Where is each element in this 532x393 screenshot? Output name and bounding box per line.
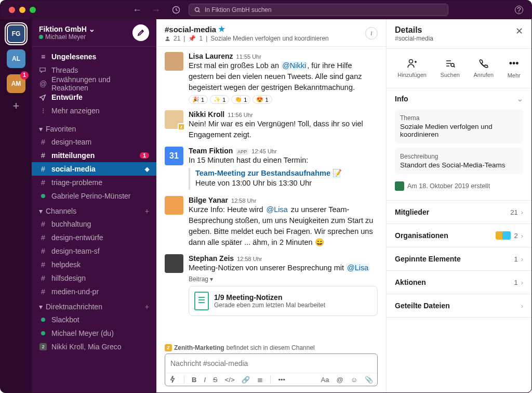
ch-buchhaltung[interactable]: #buchhaltung	[32, 217, 156, 231]
ch-design-entwuerfe[interactable]: #design-entwürfe	[32, 231, 156, 244]
members-row[interactable]: Mitglieder21›	[387, 201, 531, 224]
attach-button[interactable]: 📎	[365, 376, 373, 384]
fav-design-team[interactable]: #design-team	[32, 135, 156, 149]
sidebar-unread[interactable]: ≡Ungelesenes	[32, 50, 156, 63]
files-row[interactable]: Geteilte Dateien›	[387, 294, 531, 318]
message-text: Meeting-Notizen von unserer Besprechung …	[189, 263, 378, 273]
channel-info-button[interactable]: i	[365, 27, 378, 40]
author-name[interactable]: Nikki Kroll	[189, 110, 224, 119]
italic-button[interactable]: I	[204, 376, 206, 384]
chevron-down-icon: ⌄	[89, 25, 95, 33]
mention[interactable]: @Nikki	[281, 61, 307, 70]
star-icon[interactable]: ★	[218, 24, 225, 34]
dm-self[interactable]: Michael Meyer (du)	[32, 326, 156, 340]
search-input[interactable]: In Fiktion GmbH suchen	[189, 4, 448, 16]
compose-button[interactable]	[132, 24, 149, 41]
dm-slackbot[interactable]: Slackbot	[32, 313, 156, 326]
threads-icon	[39, 67, 47, 74]
strike-button[interactable]: S	[213, 376, 218, 384]
dms-heading[interactable]: ▾Direktnachrichten+	[32, 298, 156, 313]
forward-button[interactable]: →	[151, 5, 161, 16]
add-people-button[interactable]: Hinzufügen	[397, 58, 427, 78]
org-icons	[496, 231, 511, 240]
add-dm-button[interactable]: +	[145, 303, 149, 311]
format-button[interactable]: Aa	[321, 376, 329, 384]
mention[interactable]: @Lisa	[265, 205, 289, 214]
history-icon[interactable]	[172, 6, 180, 14]
list-button[interactable]: ≣	[257, 376, 263, 384]
workspace-menu[interactable]: Fiktion GmbH ⌄	[39, 25, 95, 33]
avatar[interactable]	[165, 254, 183, 273]
reaction[interactable]: ✨1	[210, 95, 229, 104]
actions-row[interactable]: Aktionen1›	[387, 271, 531, 294]
fav-mitteilungen[interactable]: #mitteilungen1	[32, 149, 156, 162]
avatar[interactable]	[165, 196, 183, 215]
description-block[interactable]: Beschreibung Standort des Social-Media-T…	[395, 148, 523, 174]
channel-topic[interactable]: Soziale Medien verfolgen und koordiniere…	[210, 35, 328, 42]
channels-heading[interactable]: ▾Channels+	[32, 203, 156, 217]
workspace-fg[interactable]: FG	[7, 24, 25, 43]
more-format-button[interactable]: •••	[278, 376, 285, 384]
code-button[interactable]: </>	[225, 376, 235, 384]
minimize-window[interactable]	[19, 7, 25, 13]
sidebar-drafts[interactable]: Entwürfe	[32, 90, 156, 104]
dm-group[interactable]: 2Nikki Kroll, Mia Greco	[32, 340, 156, 353]
fav-gabriele[interactable]: Gabriele Perino-Münster	[32, 189, 156, 203]
unread-badge: 1	[140, 152, 149, 159]
author-name[interactable]: Stephan Zeis	[189, 254, 234, 263]
avatar[interactable]: Z	[165, 110, 183, 129]
shortcut-icon[interactable]	[169, 376, 177, 383]
ch-helpdesk[interactable]: #helpdesk	[32, 258, 156, 271]
find-button[interactable]: Suchen	[441, 58, 460, 78]
attachment[interactable]: 1/9 Meeting-Notizen Gerade eben zum letz…	[189, 286, 378, 316]
message-time: 11:56 Uhr	[228, 112, 252, 118]
creator-avatar[interactable]	[395, 181, 404, 191]
author-name[interactable]: Lisa Laurenz	[189, 52, 233, 60]
reaction[interactable]: 👏1	[231, 95, 250, 104]
avatar[interactable]	[165, 52, 183, 71]
bold-button[interactable]: B	[192, 376, 196, 384]
close-details-button[interactable]: ✕	[515, 25, 523, 37]
sidebar-mentions[interactable]: @Erwähnungen und Reaktionen	[32, 77, 156, 90]
message-time: 12:45 Uhr	[251, 148, 276, 154]
add-channel-button[interactable]: +	[145, 207, 149, 215]
more-button[interactable]: •••Mehr	[508, 58, 521, 78]
ch-hilfsdesign[interactable]: #hilfsdesign	[32, 271, 156, 285]
details-panel: Details #social-media ✕ Hinzufügen Suche…	[386, 19, 531, 392]
sidebar-more[interactable]: ⁝Mehr anzeigen	[32, 104, 156, 117]
post-label[interactable]: Beitrag ▾	[189, 276, 378, 283]
workspace-am[interactable]: AM1	[7, 74, 25, 93]
maximize-window[interactable]	[30, 7, 36, 13]
mention[interactable]: @Lisa	[346, 264, 369, 272]
author-name[interactable]: Bilge Yanar	[189, 196, 228, 204]
workspace-badge: 1	[20, 71, 29, 80]
workspace-al[interactable]: AL	[7, 49, 25, 68]
reaction[interactable]: 🎉1	[189, 95, 208, 104]
ch-design-team-sf[interactable]: #design-team-sf	[32, 244, 156, 258]
reaction[interactable]: 😍1	[252, 95, 272, 104]
avatar[interactable]: 31	[165, 147, 183, 165]
call-button[interactable]: Anrufen	[473, 58, 494, 78]
back-button[interactable]: ←	[132, 5, 142, 16]
ch-medien-und-pr[interactable]: #medien-und-pr	[32, 285, 156, 298]
link-button[interactable]: 🔗	[242, 376, 250, 384]
help-icon[interactable]: ?	[515, 6, 523, 14]
add-workspace-button[interactable]: +	[13, 99, 20, 113]
author-name[interactable]: Team Fiktion	[189, 147, 233, 155]
mention-button[interactable]: @	[337, 376, 343, 384]
orgs-row[interactable]: Organisationen2›	[387, 224, 531, 247]
close-window[interactable]	[9, 7, 15, 13]
pinned-row[interactable]: Gepinnte Elemente1›	[387, 247, 531, 271]
chevron-right-icon: ›	[521, 302, 523, 310]
topic-block[interactable]: Thema Soziale Medien verfolgen und koord…	[395, 109, 523, 143]
caret-icon: ▾	[39, 207, 43, 215]
message-input[interactable]	[165, 354, 377, 373]
fav-social-media[interactable]: #social-media◈	[32, 162, 156, 176]
channel-title[interactable]: #social-media ★	[165, 24, 329, 34]
fav-triage[interactable]: #triage-probleme	[32, 176, 156, 189]
favorites-heading[interactable]: ▾Favoriten	[32, 121, 156, 135]
emoji-button[interactable]: ☺	[351, 376, 357, 384]
event-title[interactable]: Team-Meeting zur Bestandsaufnahme 📝	[195, 169, 378, 178]
composer-toolbar: B I S </> 🔗 ≣ ••• Aa @ ☺ 📎	[165, 373, 377, 386]
info-section-header[interactable]: Info⌄	[387, 88, 531, 109]
